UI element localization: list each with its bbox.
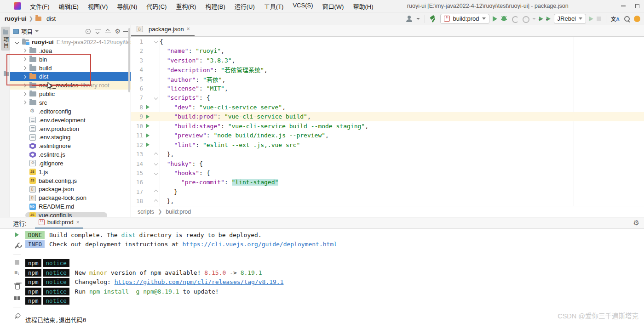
menu-item[interactable]: 导航(N) [113,0,141,12]
chevron-right-icon[interactable] [23,101,26,104]
tree-item--idea[interactable]: .idea [10,46,131,55]
restore-button[interactable] [630,1,644,11]
chevron-right-icon[interactable] [23,49,26,52]
breadcrumb-build-prod[interactable]: build:prod [166,209,191,215]
build-hammer-icon[interactable] [430,15,437,23]
code-line-10[interactable]: 10 "build:stage": "vue-cli-service build… [131,121,644,130]
breadcrumb[interactable]: ruoyi-ui ❯ dist [5,15,56,22]
code-line-15[interactable]: 15 "hooks": { [131,168,644,177]
run-tab-build-prod[interactable]: build:prod × [35,217,83,229]
run-script-gutter-icon[interactable] [143,114,152,119]
run-script-gutter-icon[interactable] [143,142,152,147]
menu-item[interactable]: 编辑(E) [55,0,83,12]
menu-item[interactable]: 工具(T) [260,0,288,12]
code-line-1[interactable]: 1{ [131,37,644,46]
select-opened-file-icon[interactable] [84,28,92,35]
tree-item-public[interactable]: public [10,90,131,98]
profiler-button[interactable] [522,15,529,23]
code-line-8[interactable]: 8 "dev": "vue-cli-service serve", [131,102,644,112]
code-line-9[interactable]: 9 "build:prod": "vue-cli-service build", [131,112,644,121]
tree-item-vue-config-js[interactable]: vue.config.js [10,211,131,217]
tree-item-package-lock-json[interactable]: package-lock.json [10,193,131,202]
chevron-right-icon[interactable] [23,75,26,79]
stripe-project-tab[interactable]: 项目 [1,27,10,51]
code-line-18[interactable]: 18 }, [131,197,644,206]
close-tab-icon[interactable]: × [76,219,80,226]
code-line-3[interactable]: 3 "version": "3.8.3", [131,56,644,65]
jrebel-debug-icon[interactable] [546,17,551,21]
editor-breadcrumb[interactable]: scripts ❯ build:prod [131,206,644,217]
code-line-17[interactable]: 17 } [131,187,644,196]
code-line-12[interactable]: 12 "lint": "eslint --ext .js,.vue src" [131,140,644,149]
tree-item-dist[interactable]: dist [10,72,131,81]
tree-item--env-production[interactable]: .env.production [10,125,131,133]
menu-item[interactable]: 帮助(H) [349,0,377,12]
run-triangle-icon[interactable] [146,124,150,128]
chevron-right-icon[interactable] [23,57,26,61]
run-settings-icon[interactable] [13,242,21,249]
tree-item--eslintignore[interactable]: .eslintignore [10,142,131,150]
tree-item-build[interactable]: build [10,64,131,73]
code-line-5[interactable]: 5 "author": "若依", [131,74,644,84]
menu-item[interactable]: 文件(F) [26,0,54,12]
collapse-all-icon[interactable] [104,28,112,35]
jrebel-select[interactable]: JRebel [554,14,586,24]
run-triangle-icon[interactable] [146,105,150,109]
run-script-gutter-icon[interactable] [143,124,152,128]
hide-panel-icon[interactable] [123,31,128,32]
code-line-13[interactable]: 13 }, [131,149,644,159]
fold-marker-icon[interactable] [152,96,160,99]
pin-tab-icon[interactable] [13,312,21,320]
tree-item-ruoyi-ui[interactable]: ruoyi-uiE:\my-java2022-4-12\ruoyi\test\ [10,38,131,46]
chevron-right-icon[interactable] [23,92,26,96]
fold-marker-icon[interactable] [152,153,160,156]
user-icon[interactable] [406,15,413,23]
console-link[interactable]: https://github.com/npm/cli/releases/tag/… [115,278,284,285]
tree-item--env-development[interactable]: .env.development [10,116,131,125]
fold-marker-icon[interactable] [152,172,160,175]
run-settings-gear-icon[interactable]: ⚙ [633,219,639,227]
chevron-right-icon[interactable] [23,66,26,70]
code-line-2[interactable]: 2 "name": "ruoyi", [131,46,644,55]
chevron-down-icon[interactable] [15,40,19,44]
search-icon[interactable] [623,15,631,23]
run-triangle-icon[interactable] [146,133,150,138]
code-line-7[interactable]: 7 "scripts": { [131,93,644,102]
code-line-4[interactable]: 4 "description": "若依管理系统", [131,65,644,74]
tree-item--eslintrc-js[interactable]: .eslintrc.js [10,150,131,159]
breadcrumb-scripts[interactable]: scripts [138,209,154,215]
code-line-14[interactable]: 14 "husky": { [131,159,644,168]
fold-marker-icon[interactable] [152,162,160,165]
layout-icon[interactable] [13,295,21,302]
tree-item-bin[interactable]: bin [10,55,131,64]
fold-marker-icon[interactable] [152,40,160,43]
tree-scrollbar[interactable] [128,28,130,92]
menu-item[interactable]: VCS(S) [288,0,317,12]
code-area[interactable]: 1{2 "name": "ruoyi",3 "version": "3.8.3"… [131,37,644,206]
console-output[interactable]: DONE Build complete. The dist directory … [25,230,644,323]
console-link[interactable]: https://cli.vuejs.org/guide/deployment.h… [183,241,338,248]
run-config-select[interactable]: build:prod [440,14,489,24]
settings-gear-icon[interactable]: ⚙ [115,28,121,35]
fold-marker-icon[interactable] [152,200,160,203]
chevron-right-icon[interactable] [23,84,26,87]
menu-item[interactable]: 窗口(W) [318,0,348,12]
expand-all-icon[interactable] [94,28,102,35]
soft-wrap-icon[interactable] [13,270,21,277]
run-script-gutter-icon[interactable] [143,105,152,109]
tree-item--editorconfig[interactable]: .editorconfig [10,107,131,116]
avatar[interactable] [634,16,640,22]
coverage-button[interactable] [511,15,518,23]
tree-item--gitignore[interactable]: .gitignore [10,159,131,168]
menu-item[interactable]: 代码(C) [142,0,171,12]
tree-item-package-json[interactable]: package.json [10,185,131,193]
jrebel-run-icon[interactable] [539,17,543,21]
tree-item-babel-config-js[interactable]: babel.config.js [10,176,131,185]
debug-button[interactable] [500,15,508,23]
tree-item--env-staging[interactable]: .env.staging [10,133,131,142]
tab-package-json[interactable]: package.json × [131,25,195,36]
fold-marker-icon[interactable] [152,190,160,193]
close-tab-icon[interactable]: × [187,26,190,32]
tree-item-node-modules[interactable]: node_moduleslibrary root [10,81,131,90]
project-view-select[interactable]: 项目 [13,27,39,36]
